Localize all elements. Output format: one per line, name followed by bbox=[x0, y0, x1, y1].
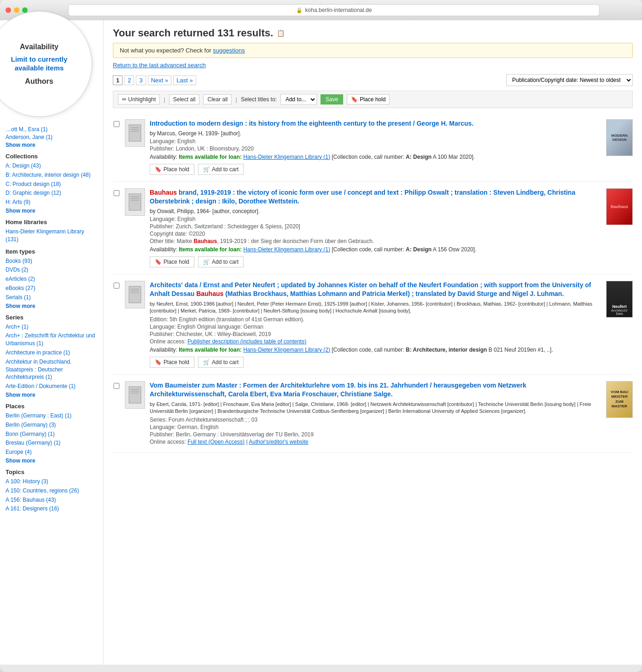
sidebar-item-author-anderson[interactable]: Anderson, Jane (1) bbox=[6, 134, 98, 140]
result-title-2[interactable]: Bauhaus brand, 1919-2019 : the victory o… bbox=[150, 188, 601, 206]
page-last[interactable]: Last » bbox=[173, 75, 196, 85]
result-publisher-1: Publisher: London, UK : Bloomsbury, 2020 bbox=[150, 145, 601, 152]
result-actions-1: 🔖 Place hold 🛒 Add to cart bbox=[150, 164, 601, 175]
result-online-3: Online access: Publisher description (in… bbox=[150, 338, 601, 345]
places-heading: Places bbox=[6, 403, 98, 410]
result-checkbox-1[interactable] bbox=[113, 121, 120, 127]
sidebar-item-type-dvds[interactable]: DVDs (2) bbox=[6, 266, 98, 274]
sidebar-item-place-bonn[interactable]: Bonn (Germany) (1) bbox=[6, 430, 98, 438]
sidebar-item-type-earticles[interactable]: eArticles (2) bbox=[6, 275, 98, 283]
sidebar-item-type-books[interactable]: Books (93) bbox=[6, 257, 98, 265]
result-info-4: Vom Baumeister zum Master : Formen der A… bbox=[150, 381, 601, 446]
result-cover-icon-2 bbox=[125, 188, 145, 216]
sidebar-item-library-klingemann[interactable]: Hans-Dieter Klingemann Library (131) bbox=[6, 228, 98, 243]
show-more-collections[interactable]: Show more bbox=[6, 208, 98, 214]
result-actions-3: 🔖 Place hold 🛒 Add to cart bbox=[150, 357, 601, 368]
sidebar-item-collection-design[interactable]: A: Design (43) bbox=[6, 162, 98, 170]
sidebar-item-series-arch-plus-long[interactable]: Arch+ : Zeitschrift für Architektur und … bbox=[6, 332, 98, 348]
result-title-4[interactable]: Vom Baumeister zum Master : Formen der A… bbox=[150, 381, 601, 399]
show-more-series[interactable]: Show more bbox=[6, 392, 98, 398]
authors-heading: Authors bbox=[25, 77, 53, 86]
sort-select[interactable]: Publication/Copyright date: Newest to ol… bbox=[506, 74, 633, 86]
place-hold-button-2[interactable]: 🔖 Place hold bbox=[150, 256, 194, 267]
place-hold-toolbar-button[interactable]: 🔖 Place hold bbox=[347, 94, 390, 104]
item-types-heading: Item types bbox=[6, 248, 98, 255]
result-thumb-2: Bauhaus bbox=[606, 188, 633, 225]
sidebar-item-author-esra[interactable]: …ott M., Esra (1) bbox=[6, 126, 98, 133]
sidebar-item-topic-designers[interactable]: A 161: Designers (16) bbox=[6, 505, 98, 513]
sidebar-item-topic-regions[interactable]: A 150: Countries, regions (26) bbox=[6, 487, 98, 495]
result-publisher-3: Publisher: Chichester, UK : Wiley-Blackw… bbox=[150, 331, 601, 337]
add-to-select[interactable]: Add to... bbox=[280, 94, 317, 105]
page-2[interactable]: 2 bbox=[124, 75, 134, 85]
sidebar-item-place-berlin[interactable]: Berlin (Germany) (3) bbox=[6, 421, 98, 429]
result-availability-3: Availability: Items available for loan: … bbox=[150, 346, 601, 354]
sidebar-item-series-arch-practice[interactable]: Architecture in practice (1) bbox=[6, 349, 98, 357]
place-hold-button-3[interactable]: 🔖 Place hold bbox=[150, 357, 194, 368]
sidebar-item-topic-bauhaus[interactable]: A 156: Bauhaus (43) bbox=[6, 496, 98, 504]
result-language-2: Language: English bbox=[150, 216, 601, 222]
sidebar-item-series-arch-plus[interactable]: Arch+ (1) bbox=[6, 323, 98, 331]
place-hold-button-1[interactable]: 🔖 Place hold bbox=[150, 164, 194, 175]
result-info-1: Introduction to modern design : its hist… bbox=[150, 119, 601, 175]
add-to-cart-button-3[interactable]: 🛒 Add to cart bbox=[198, 357, 244, 368]
save-button[interactable]: Save bbox=[321, 94, 343, 104]
result-info-3: Architects' data / Ernst and Peter Neufe… bbox=[150, 281, 601, 368]
page-next[interactable]: Next » bbox=[148, 75, 172, 85]
suggestions-link[interactable]: suggestions bbox=[213, 47, 245, 54]
result-cover-icon-3 bbox=[125, 281, 145, 308]
page-1[interactable]: 1 bbox=[113, 75, 123, 85]
select-all-button[interactable]: Select all bbox=[169, 94, 200, 104]
clear-all-button[interactable]: Clear all bbox=[203, 94, 232, 104]
show-more-authors[interactable]: Show more bbox=[6, 142, 98, 148]
sidebar-item-place-europe[interactable]: Europe (4) bbox=[6, 448, 98, 456]
result-checkbox-4[interactable] bbox=[113, 383, 120, 389]
series-heading: Series bbox=[6, 314, 98, 321]
lock-icon: 🔒 bbox=[296, 7, 303, 13]
sidebar-item-type-serials[interactable]: Serials (1) bbox=[6, 294, 98, 301]
close-button[interactable] bbox=[6, 7, 11, 13]
sidebar-item-collection-arts[interactable]: H: Arts (9) bbox=[6, 198, 98, 206]
not-expected-banner: Not what you expected? Check for suggest… bbox=[113, 43, 633, 58]
add-to-cart-button-1[interactable]: 🛒 Add to cart bbox=[198, 164, 244, 175]
bookmark-icon-2: 🔖 bbox=[155, 259, 162, 265]
show-more-places[interactable]: Show more bbox=[6, 458, 98, 464]
sidebar-item-collection-product[interactable]: C: Product design (18) bbox=[6, 180, 98, 188]
result-checkbox-2[interactable] bbox=[113, 190, 120, 196]
sidebar-item-topic-history[interactable]: A 100: History (3) bbox=[6, 478, 98, 486]
sidebar-item-series-arch-de[interactable]: Architektur in Deutschland. Staatspreis … bbox=[6, 358, 98, 381]
sidebar-item-series-arte[interactable]: Arte-Edition / Dokumente (1) bbox=[6, 382, 98, 390]
result-author-3: by Neufert, Ernst, 1900-1986 [author] | … bbox=[150, 301, 601, 315]
sidebar-item-place-breslau[interactable]: Breslau (Germany) (1) bbox=[6, 439, 98, 447]
result-item-3: Architects' data / Ernst and Peter Neufe… bbox=[113, 274, 633, 375]
unhighlight-button[interactable]: ✏ Unhighlight bbox=[118, 94, 160, 104]
pagination: 1 2 3 Next » Last » bbox=[113, 75, 196, 85]
result-publisher-4: Publisher: Berlin, Germany : Universität… bbox=[150, 431, 601, 438]
sidebar-item-collection-arch-interior[interactable]: B: Architecture, interior design (48) bbox=[6, 171, 98, 179]
add-to-cart-button-2[interactable]: 🛒 Add to cart bbox=[198, 256, 244, 267]
result-title-1[interactable]: Introduction to modern design : its hist… bbox=[150, 119, 601, 128]
result-item-2: Bauhaus brand, 1919-2019 : the victory o… bbox=[113, 182, 633, 274]
url-bar[interactable]: 🔒 koha.berlin-international.de bbox=[68, 4, 600, 16]
sidebar-item-place-berlin-east[interactable]: Berlin (Germany : East) (1) bbox=[6, 412, 98, 420]
sidebar-availability-circle: Availability Limit to currently availabl… bbox=[0, 11, 92, 117]
home-libraries-heading: Home libraries bbox=[6, 219, 98, 226]
result-item-4: Vom Baumeister zum Master : Formen der A… bbox=[113, 375, 633, 453]
result-title-3[interactable]: Architects' data / Ernst and Peter Neufe… bbox=[150, 281, 601, 299]
result-cover-icon-1 bbox=[125, 119, 145, 147]
cart-icon-1: 🛒 bbox=[203, 166, 210, 173]
availability-filter-link[interactable]: Limit to currently available items bbox=[0, 55, 78, 73]
result-author-4: by Ebert, Carola, 1971- [editor] | Frosc… bbox=[150, 401, 601, 415]
show-more-item-types[interactable]: Show more bbox=[6, 303, 98, 309]
sidebar-main: …ott M., Esra (1) Anderson, Jane (1) Sho… bbox=[6, 126, 98, 513]
return-to-search-link[interactable]: Return to the last advanced search bbox=[113, 62, 633, 69]
toolbar: ✏ Unhighlight | Select all Clear all | S… bbox=[113, 91, 633, 108]
page-3[interactable]: 3 bbox=[136, 75, 146, 85]
result-checkbox-3[interactable] bbox=[113, 283, 120, 289]
sidebar-item-type-ebooks[interactable]: eBooks (27) bbox=[6, 284, 98, 292]
result-language-4: Language: German, English bbox=[150, 424, 601, 430]
minimize-button[interactable] bbox=[14, 7, 19, 13]
result-copyright-2: Copyright date: ©2020 bbox=[150, 231, 601, 237]
rss-icon[interactable]: 📋 bbox=[277, 29, 285, 37]
sidebar-item-collection-graphic[interactable]: D: Graphic design (12) bbox=[6, 189, 98, 197]
